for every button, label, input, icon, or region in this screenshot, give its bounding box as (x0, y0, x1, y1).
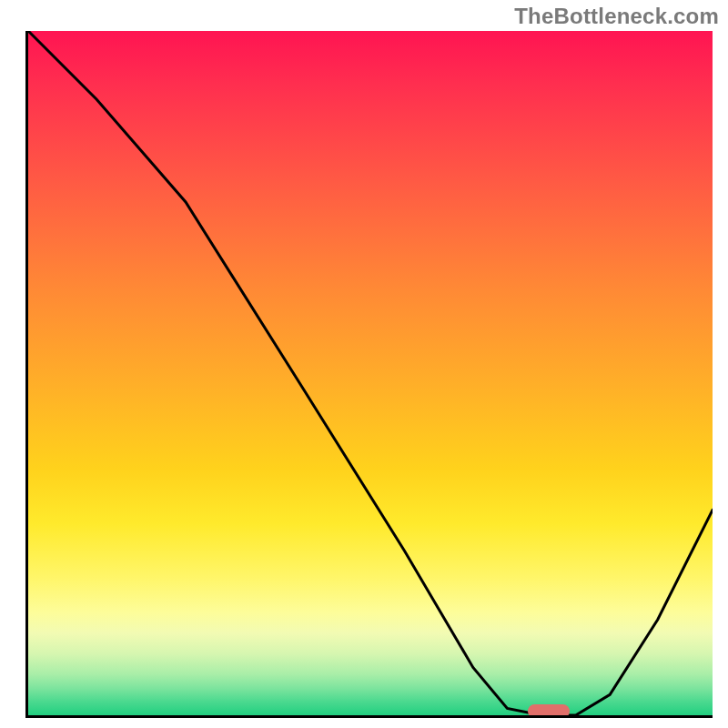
watermark-text: TheBottleneck.com (514, 4, 719, 29)
optimum-marker (528, 704, 570, 718)
plot-area (25, 31, 713, 718)
bottleneck-curve (28, 31, 713, 715)
chart-frame: TheBottleneck.com (0, 0, 728, 728)
